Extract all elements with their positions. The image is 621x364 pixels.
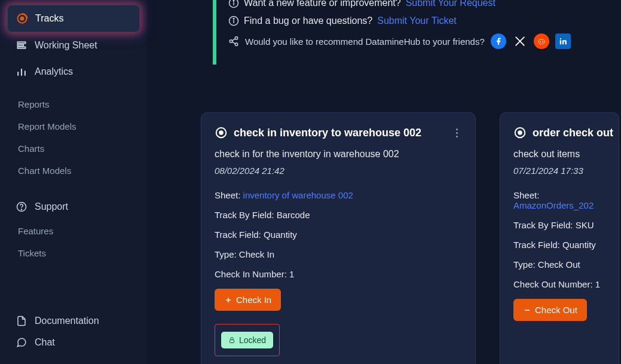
card-date: 08/02/2024 21:42 <box>215 166 462 176</box>
more-menu-icon[interactable] <box>451 129 462 137</box>
analytics-icon <box>16 66 27 78</box>
svg-rect-4 <box>17 47 25 49</box>
locked-badge: Locked <box>221 332 273 348</box>
svg-point-21 <box>540 41 541 42</box>
sidebar-item-label: Working Sheet <box>35 40 97 51</box>
main-content: Want a new feature or improvement? Submi… <box>147 0 621 364</box>
svg-point-25 <box>560 38 561 39</box>
sidebar-item-support[interactable]: Support <box>7 194 140 220</box>
facebook-icon[interactable] <box>491 33 506 49</box>
card-date: 07/21/2024 17:33 <box>513 166 619 176</box>
sidebar-item-label: Tracks <box>35 13 63 24</box>
cards-container: check in inventory to warehouse 002 chec… <box>147 65 621 364</box>
x-twitter-icon[interactable] <box>512 33 528 49</box>
check-out-button[interactable]: Check Out <box>513 299 587 321</box>
card-type: Type: Check In <box>215 244 462 264</box>
svg-point-18 <box>235 43 238 46</box>
submit-request-link[interactable]: Submit Your Request <box>406 0 495 8</box>
sidebar-item-chart-models[interactable]: Chart Models <box>7 160 140 182</box>
card-description: check out items <box>513 149 619 160</box>
card-title: check in inventory to warehouse 002 <box>234 127 445 139</box>
sidebar-item-documentation[interactable]: Documentation <box>7 310 140 332</box>
svg-rect-2 <box>17 42 25 44</box>
card-trackfield: Track Field: Quantity <box>215 225 462 244</box>
sidebar-item-label: Documentation <box>35 316 99 326</box>
card-sheet-row: Sheet: AmazonOrders_202 <box>513 185 619 215</box>
info-icon <box>228 0 239 8</box>
sheet-link[interactable]: inventory of warehouse 002 <box>243 190 353 200</box>
sheet-icon <box>16 39 27 51</box>
banner-feature-row: Want a new feature or improvement? Submi… <box>228 0 621 12</box>
card-sheet-row: Sheet: inventory of warehouse 002 <box>215 185 462 205</box>
help-icon <box>16 201 27 213</box>
banner-text: Would you like to recommend DatamineHub … <box>245 36 485 47</box>
sidebar-item-tickets[interactable]: Tickets <box>7 242 140 264</box>
sheet-label: Sheet: <box>215 190 240 200</box>
sidebar-item-label: Support <box>35 201 68 212</box>
reddit-icon[interactable] <box>534 33 549 49</box>
sidebar-item-reports[interactable]: Reports <box>7 93 140 115</box>
banner-text: Want a new feature or improvement? <box>244 0 401 8</box>
target-icon <box>16 13 28 25</box>
track-card-checkout: order check out check out items 07/21/20… <box>500 112 619 364</box>
svg-point-12 <box>233 1 234 2</box>
sidebar-item-working-sheet[interactable]: Working Sheet <box>7 32 140 59</box>
card-trackfield: Track Field: Quantity <box>513 235 619 255</box>
info-icon <box>228 16 239 26</box>
sidebar-item-charts[interactable]: Charts <box>7 137 140 160</box>
check-in-button[interactable]: Check In <box>215 289 281 311</box>
banner-text: Find a bug or have questions? <box>244 16 372 26</box>
svg-point-1 <box>21 17 24 20</box>
sidebar: Tracks Working Sheet Analytics Reports R… <box>0 0 147 364</box>
svg-point-32 <box>518 131 522 134</box>
card-type: Type: Check Out <box>513 255 619 274</box>
banner-bug-row: Find a bug or have questions? Submit You… <box>228 12 621 30</box>
track-card-checkin: check in inventory to warehouse 002 chec… <box>201 112 476 364</box>
sidebar-item-tracks[interactable]: Tracks <box>7 5 140 32</box>
submit-ticket-link[interactable]: Submit Your Ticket <box>377 16 457 26</box>
svg-rect-24 <box>560 40 561 44</box>
sidebar-item-label: Analytics <box>35 66 73 77</box>
card-trackby: Track By Field: SKU <box>513 215 619 235</box>
sidebar-item-label: Chat <box>35 337 55 348</box>
svg-point-15 <box>233 19 234 20</box>
svg-point-17 <box>230 40 233 43</box>
badge-label: Locked <box>239 335 266 345</box>
document-icon <box>16 315 27 327</box>
banner-share-row: Would you like to recommend DatamineHub … <box>228 30 621 53</box>
svg-point-9 <box>21 209 22 210</box>
card-title: order check out <box>533 127 619 139</box>
target-icon <box>215 126 228 139</box>
card-trackby: Track By Field: Barcode <box>215 205 462 225</box>
minus-icon <box>523 306 531 314</box>
linkedin-icon[interactable] <box>555 33 571 49</box>
sheet-label: Sheet: <box>513 190 539 200</box>
sidebar-item-report-models[interactable]: Report Models <box>7 115 140 137</box>
sidebar-item-features[interactable]: Features <box>7 220 140 242</box>
button-label: Check Out <box>535 305 577 315</box>
card-number: Check In Number: 1 <box>215 264 462 284</box>
svg-rect-3 <box>17 44 23 46</box>
sidebar-item-analytics[interactable]: Analytics <box>7 59 140 85</box>
card-description: check in for the inventory in warehouse … <box>215 149 462 160</box>
svg-rect-30 <box>230 340 234 343</box>
chat-icon <box>16 337 27 348</box>
locked-highlight: Locked <box>215 324 280 356</box>
plus-icon <box>224 296 233 304</box>
card-number: Check Out Number: 1 <box>513 274 619 294</box>
svg-point-16 <box>235 37 238 40</box>
info-banner: Want a new feature or improvement? Submi… <box>213 0 621 65</box>
sheet-link[interactable]: AmazonOrders_202 <box>513 200 594 210</box>
svg-line-20 <box>232 39 235 41</box>
svg-point-27 <box>219 131 223 134</box>
share-icon <box>228 36 239 47</box>
svg-line-19 <box>232 42 235 44</box>
sidebar-item-chat[interactable]: Chat <box>7 332 140 353</box>
button-label: Check In <box>236 295 271 305</box>
lock-icon <box>228 337 235 344</box>
svg-point-22 <box>542 41 543 42</box>
target-icon <box>513 126 527 139</box>
